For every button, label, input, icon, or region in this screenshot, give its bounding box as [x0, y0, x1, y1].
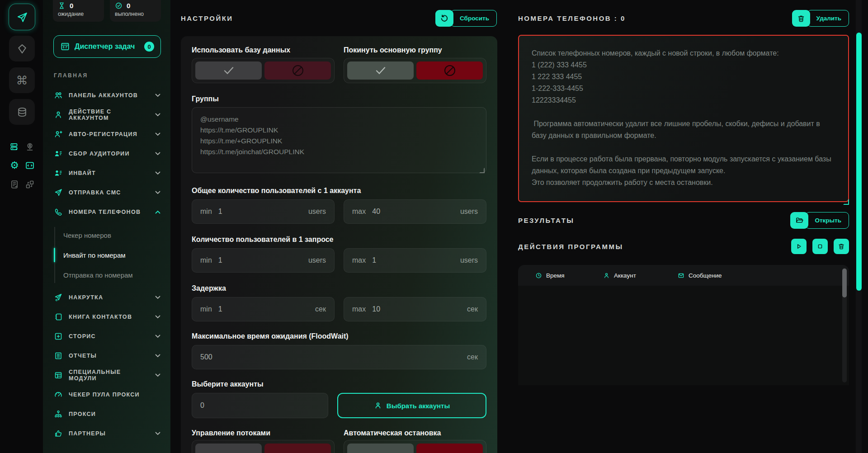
reset-icon [435, 10, 453, 27]
clear-log-button[interactable] [834, 239, 849, 254]
page-scrollbar-thumb[interactable] [856, 33, 862, 291]
plus-square-icon [54, 332, 63, 341]
delete-button[interactable]: Удалить [792, 10, 849, 27]
toggle-no-button[interactable] [416, 61, 483, 80]
sidebar-item-accounts-panel[interactable]: ПАНЕЛЬ АККАУНТОВ [43, 85, 170, 105]
sidebar-item-invite[interactable]: ИНВАЙТ [43, 163, 170, 183]
transfer-swap-icon[interactable] [24, 179, 35, 190]
chevron-down-icon [155, 113, 160, 117]
use-database-toggle [192, 58, 335, 83]
sidebar-item-account-action[interactable]: ДЕЙСТВИЕ С АККАУНТОМ [43, 105, 170, 124]
accounts-count-input[interactable]: 0 [192, 393, 328, 418]
toggle-yes-button[interactable] [195, 444, 262, 453]
user-icon [603, 272, 610, 279]
submenu-item-number-checker[interactable]: Чекер номеров [43, 225, 170, 245]
reset-button[interactable]: Сбросить [435, 10, 497, 27]
no-icon [292, 65, 303, 76]
server-check-icon[interactable] [9, 142, 20, 152]
settings-gear-icon[interactable]: ⚙ [9, 160, 20, 171]
user-icon [374, 401, 382, 410]
task-stats: 0 ожидание 0 выполнено [53, 0, 161, 22]
command-menu-icon[interactable]: ⌘ [9, 67, 35, 93]
sidebar-item-auto-registration[interactable]: АВТО-РЕГИСТРАЦИЯ [43, 124, 170, 144]
stop-button[interactable] [812, 239, 828, 254]
floodwait-input[interactable]: 500 сек [192, 345, 486, 369]
folder-open-icon [790, 212, 808, 229]
log-header: Время Аккаунт Сообщение [518, 265, 849, 286]
phones-panel: НОМЕРА ТЕЛЕФОНОВ : 0 Удалить РЕЗУЛЬТАТЫ … [507, 0, 854, 453]
sidebar-item-special-modules[interactable]: СПЕЦИАЛЬНЫЕ МОДУЛИ [43, 365, 170, 385]
toggle-yes-button[interactable] [347, 61, 414, 80]
users-per-request-min-input[interactable]: min 1 users [192, 248, 335, 273]
hourglass-icon [58, 2, 66, 9]
program-log: Время Аккаунт Сообщение [518, 265, 849, 385]
icon-rail: ⌘ ⚙ [0, 0, 43, 453]
no-icon [444, 65, 455, 76]
sidebar-item-phone-numbers[interactable]: НОМЕРА ТЕЛЕФОНОВ [43, 202, 170, 222]
chevron-down-icon [155, 191, 160, 194]
done-count: 0 [127, 2, 130, 9]
log-scrollbar-thumb[interactable] [842, 269, 847, 297]
send-icon [54, 188, 63, 197]
delay-min-input[interactable]: min 1 сек [192, 297, 335, 321]
chevron-down-icon [155, 171, 160, 175]
telegram-send-icon[interactable] [9, 4, 35, 30]
stat-done: 0 выполнено [110, 0, 161, 22]
sidebar-item-proxy-pool-checker[interactable]: ЧЕКЕР ПУЛА ПРОКСИ [43, 385, 170, 404]
sidebar-item-audience-collection[interactable]: СБОР АУДИТОРИИ [43, 144, 170, 163]
sidebar-item-partners[interactable]: ПАРТНЕРЫ [43, 424, 170, 443]
select-accounts-button[interactable]: Выбрать аккаунты [337, 393, 486, 418]
task-manager-icon [60, 42, 70, 52]
database-icon[interactable] [9, 99, 35, 125]
sidebar-item-boosting[interactable]: НАКРУТКА [43, 288, 170, 307]
users-per-request-label: Количество пользователей в 1 запросе [192, 236, 486, 244]
settings-panel: НАСТРОЙКИ Сбросить Использовать базу дан… [170, 0, 507, 453]
code-window-icon[interactable] [24, 160, 35, 171]
leave-group-toggle [344, 58, 486, 83]
toggle-yes-button[interactable] [347, 444, 414, 453]
sidebar-item-contact-book[interactable]: КНИГА КОНТАКТОВ [43, 307, 170, 326]
sidebar-item-reports[interactable]: ОТЧЕТЫ [43, 346, 170, 365]
proxy-network-icon [54, 410, 63, 419]
autostop-toggle [344, 440, 486, 453]
premium-diamond-icon[interactable] [9, 36, 35, 61]
toggle-no-button[interactable] [264, 61, 331, 80]
report-check-icon[interactable] [9, 179, 20, 190]
delay-label: Задержка [192, 284, 486, 293]
groups-textarea[interactable] [192, 107, 486, 173]
settings-title: НАСТРОЙКИ [181, 14, 233, 22]
stat-pending: 0 ожидание [53, 0, 104, 22]
check-circle-icon [115, 2, 123, 9]
sidebar-item-proxy[interactable]: ПРОКСИ [43, 404, 170, 424]
pending-label: ожидание [58, 11, 99, 17]
toggle-no-button[interactable] [416, 444, 483, 453]
leave-group-label: Покинуть основную группу [344, 46, 486, 54]
phone-numbers-textarea[interactable] [519, 36, 848, 201]
sidebar: 0 ожидание 0 выполнено Диспетчер задач 0 [43, 0, 170, 453]
pending-count: 0 [70, 2, 73, 9]
chevron-down-icon [155, 354, 160, 358]
total-users-max-input[interactable]: max 40 users [344, 199, 486, 224]
total-users-min-input[interactable]: min 1 users [192, 199, 335, 224]
delay-max-input[interactable]: max 10 сек [344, 297, 486, 321]
task-manager-button[interactable]: Диспетчер задач 0 [53, 35, 161, 58]
sidebar-item-sms-sending[interactable]: ОТПРАВКА СМС [43, 183, 170, 202]
toggle-yes-button[interactable] [195, 61, 262, 80]
task-manager-label: Диспетчер задач [75, 42, 140, 51]
toggle-no-button[interactable] [264, 444, 331, 453]
settings-card: Использовать базу данных Покинуть основн… [181, 36, 497, 453]
log-body [518, 286, 849, 385]
open-results-button[interactable]: Открыть [790, 212, 849, 229]
submenu-item-send-by-numbers[interactable]: Отправка по номерам [43, 265, 170, 285]
account-network-icon[interactable] [24, 142, 35, 152]
phone-numbers-box [518, 35, 849, 202]
gauge-icon [54, 390, 63, 399]
start-button[interactable] [791, 239, 807, 254]
submenu-item-invite-by-numbers[interactable]: Инвайт по номерам [43, 245, 170, 265]
select-accounts-label: Выберите аккаунты [192, 380, 486, 388]
use-database-label: Использовать базу данных [192, 46, 335, 54]
users-per-request-max-input[interactable]: max 1 users [344, 248, 486, 273]
app-window: ⌘ ⚙ [0, 0, 868, 453]
sidebar-item-stories[interactable]: СТОРИС [43, 326, 170, 346]
chevron-down-icon [155, 296, 160, 299]
